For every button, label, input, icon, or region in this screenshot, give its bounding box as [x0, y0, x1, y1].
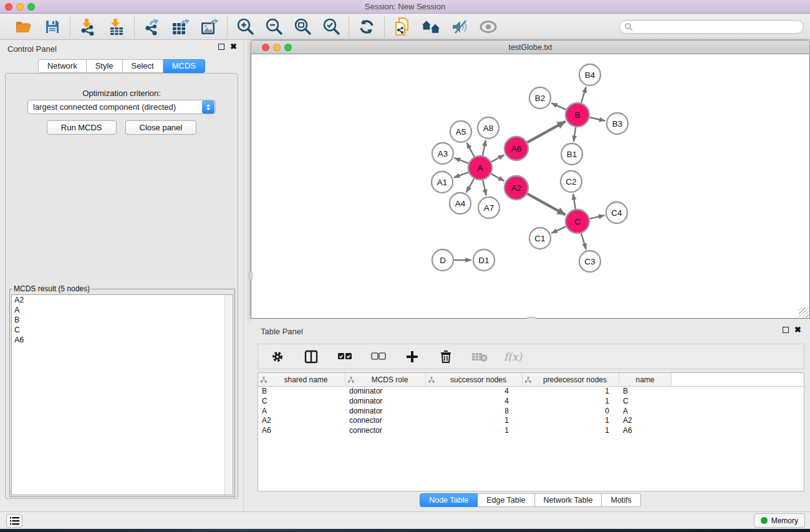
node-table[interactable]: shared nameMCDS rolesuccessor nodesprede… [258, 372, 804, 491]
tab-node-table[interactable]: Node Table [420, 493, 478, 507]
column-header-predecessor-nodes[interactable]: predecessor nodes [523, 373, 619, 386]
show-graphics-details-icon[interactable] [479, 17, 498, 36]
node-C1[interactable]: C1 [529, 228, 551, 249]
column-header-successor-nodes[interactable]: successor nodes [426, 373, 523, 386]
mcds-result-item[interactable]: C [12, 325, 233, 335]
export-image-icon[interactable] [200, 17, 219, 36]
edge-B-B2[interactable] [551, 103, 566, 110]
mcds-result-item[interactable]: B [12, 315, 233, 325]
node-C[interactable]: C [566, 210, 589, 233]
edge-A-A6[interactable] [491, 155, 504, 162]
mcds-result-item[interactable]: A [12, 305, 233, 315]
network-window-titlebar[interactable]: testGlobe.txt [251, 40, 810, 54]
tab-mcds[interactable]: MCDS [163, 59, 205, 73]
tab-network[interactable]: Network [38, 59, 87, 73]
close-panel-icon[interactable]: ✖ [230, 44, 237, 50]
edge-B-B1[interactable] [574, 127, 576, 142]
zoom-selected-icon[interactable] [322, 17, 340, 36]
memory-button[interactable]: Memory [754, 513, 805, 528]
open-session-icon[interactable] [14, 17, 33, 36]
node-A7[interactable]: A7 [478, 197, 499, 218]
table-row[interactable]: Adominator80A [258, 407, 804, 417]
node-C4[interactable]: C4 [606, 202, 627, 223]
node-B1[interactable]: B1 [561, 143, 582, 165]
delete-columns-trash-icon[interactable] [436, 347, 455, 366]
tab-select[interactable]: Select [123, 59, 163, 73]
edge-C-C1[interactable] [551, 226, 566, 233]
node-C3[interactable]: C3 [579, 251, 600, 272]
edge-A-A8[interactable] [483, 140, 486, 156]
edge-A-A2[interactable] [491, 174, 504, 181]
mcds-result-item[interactable]: A6 [12, 335, 233, 345]
mcds-result-item[interactable]: A2 [12, 295, 233, 305]
network-graph[interactable]: B4B2BB3A5A8A6A3B1AA1C2A2A4A7C4CC1C3DD1 [251, 54, 808, 317]
node-B[interactable]: B [566, 103, 589, 127]
edge-C-C4[interactable] [590, 215, 605, 218]
select-all-check-icon[interactable] [335, 347, 354, 366]
tab-style[interactable]: Style [87, 59, 123, 73]
search-input[interactable] [633, 21, 803, 32]
deselect-all-icon[interactable] [369, 347, 388, 366]
tab-edge-table[interactable]: Edge Table [478, 493, 534, 507]
table-row[interactable]: Cdominator41C [258, 397, 804, 407]
node-B3[interactable]: B3 [607, 113, 628, 134]
edge-A-A5[interactable] [466, 143, 474, 157]
mcds-result-list[interactable]: A2ABCA6 [11, 294, 233, 495]
edge-A-A4[interactable] [466, 178, 474, 192]
close-table-panel-icon[interactable]: ✖ [794, 327, 801, 333]
export-table-icon[interactable] [171, 17, 190, 36]
delete-table-icon[interactable] [470, 347, 489, 366]
search-field[interactable] [619, 20, 804, 34]
save-session-icon[interactable] [43, 17, 62, 36]
node-A[interactable]: A [468, 156, 492, 180]
function-builder-icon[interactable]: f(x) [504, 351, 522, 363]
zoom-in-icon[interactable] [236, 17, 254, 36]
import-network-icon[interactable] [79, 17, 97, 36]
table-row[interactable]: A2connector11A2 [258, 416, 804, 426]
resize-grip-icon[interactable] [799, 307, 809, 317]
float-panel-icon[interactable] [218, 44, 224, 50]
tab-network-table[interactable]: Network Table [535, 493, 602, 507]
table-row[interactable]: Bdominator41B [258, 387, 804, 397]
zoom-out-icon[interactable] [264, 17, 283, 36]
node-B2[interactable]: B2 [529, 87, 551, 109]
close-panel-button[interactable]: Close panel [125, 120, 197, 135]
create-column-plus-icon[interactable] [403, 347, 422, 366]
export-network-icon[interactable] [143, 17, 162, 36]
tab-motifs[interactable]: Motifs [602, 493, 640, 507]
node-A3[interactable]: A3 [432, 143, 453, 164]
network-canvas[interactable]: B4B2BB3A5A8A6A3B1AA1C2A2A4A7C4CC1C3DD1 [251, 54, 810, 319]
edge-B-B3[interactable] [590, 117, 605, 120]
refresh-icon[interactable] [357, 17, 376, 36]
criterion-dropdown[interactable]: largest connected component (directed) [27, 100, 216, 114]
edge-A2-C[interactable] [528, 194, 566, 215]
hide-graphics-details-icon[interactable] [450, 17, 469, 36]
node-D[interactable]: D [432, 249, 453, 271]
node-A8[interactable]: A8 [478, 117, 499, 138]
scrollbar-track[interactable] [224, 295, 233, 495]
node-C2[interactable]: C2 [561, 171, 582, 192]
zoom-fit-icon[interactable] [293, 17, 312, 36]
left-edge-grip[interactable] [249, 271, 253, 280]
duplicate-network-icon[interactable] [393, 17, 412, 36]
column-header-name[interactable]: name [619, 373, 672, 386]
node-A1[interactable]: A1 [432, 172, 453, 193]
show-columns-icon[interactable] [302, 347, 321, 366]
edge-A-A3[interactable] [455, 158, 469, 163]
edge-A-A1[interactable] [454, 172, 469, 178]
edge-B-B4[interactable] [581, 87, 586, 103]
run-mcds-button[interactable]: Run MCDS [47, 120, 117, 135]
edge-A6-B[interactable] [528, 122, 566, 143]
float-table-panel-icon[interactable] [783, 327, 789, 333]
home-icon[interactable] [422, 17, 440, 36]
node-D1[interactable]: D1 [473, 249, 494, 271]
node-B4[interactable]: B4 [579, 64, 600, 85]
edge-A-A7[interactable] [483, 180, 486, 196]
column-header-shared-name[interactable]: shared name [258, 373, 345, 386]
table-options-gear-icon[interactable] [268, 347, 287, 366]
node-A2[interactable]: A2 [504, 176, 528, 200]
node-A4[interactable]: A4 [450, 193, 471, 214]
edge-C-C2[interactable] [573, 194, 576, 209]
task-history-button[interactable] [6, 514, 22, 528]
node-A5[interactable]: A5 [450, 121, 471, 142]
